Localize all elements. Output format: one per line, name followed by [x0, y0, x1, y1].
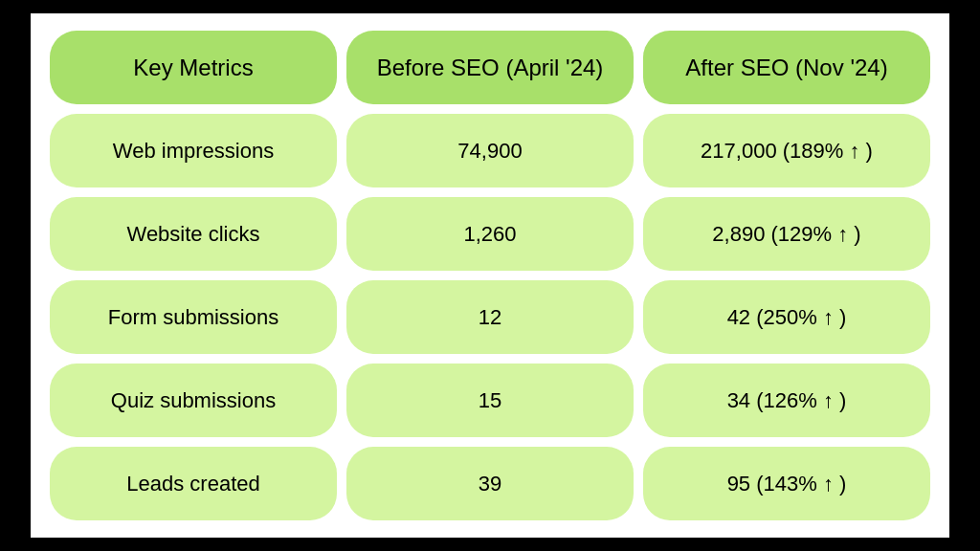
row5-before: 39	[346, 447, 634, 520]
row1-after: 217,000 (189% ↑ )	[643, 114, 930, 187]
row5-after: 95 (143% ↑ )	[643, 447, 930, 520]
row2-after: 2,890 (129% ↑ )	[643, 197, 930, 271]
header-col1: Key Metrics	[50, 31, 337, 104]
row3-label: Form submissions	[50, 280, 337, 354]
row3-after: 42 (250% ↑ )	[643, 280, 930, 354]
header-row: Key Metrics Before SEO (April '24) After…	[50, 31, 930, 104]
row1-before: 74,900	[346, 114, 634, 187]
row4-label: Quiz submissions	[50, 364, 337, 437]
row2-label: Website clicks	[50, 197, 337, 271]
seo-metrics-table: Key Metrics Before SEO (April '24) After…	[31, 13, 949, 538]
table-row: Form submissions 12 42 (250% ↑ )	[50, 280, 930, 354]
row5-label: Leads created	[50, 447, 337, 520]
row4-after: 34 (126% ↑ )	[643, 364, 930, 437]
row2-before: 1,260	[346, 197, 634, 271]
row4-before: 15	[346, 364, 634, 437]
table-row: Quiz submissions 15 34 (126% ↑ )	[50, 364, 930, 437]
header-col3: After SEO (Nov '24)	[643, 31, 930, 104]
table-row: Leads created 39 95 (143% ↑ )	[50, 447, 930, 520]
row1-label: Web impressions	[50, 114, 337, 187]
row3-before: 12	[346, 280, 634, 354]
header-col2: Before SEO (April '24)	[346, 31, 634, 104]
table-row: Website clicks 1,260 2,890 (129% ↑ )	[50, 197, 930, 271]
table-row: Web impressions 74,900 217,000 (189% ↑ )	[50, 114, 930, 187]
